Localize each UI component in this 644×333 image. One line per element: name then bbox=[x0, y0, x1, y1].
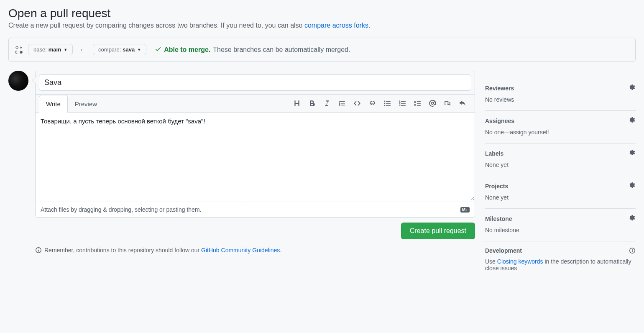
markdown-icon[interactable]: M↓ bbox=[460, 207, 470, 213]
gear-icon[interactable] bbox=[629, 215, 636, 223]
create-button-label: Create pull request bbox=[410, 227, 466, 235]
reviewers-content: No reviews bbox=[485, 96, 636, 103]
tab-write[interactable]: Write bbox=[39, 95, 68, 113]
git-compare-icon bbox=[15, 46, 23, 54]
assign-yourself-link[interactable]: assign yourself bbox=[510, 129, 549, 136]
attach-hint[interactable]: Attach files by dragging & dropping, sel… bbox=[41, 206, 201, 213]
code-icon[interactable] bbox=[353, 99, 362, 108]
sidebar: Reviewers No reviews Assignees No one—as… bbox=[485, 71, 636, 279]
milestone-title[interactable]: Milestone bbox=[485, 215, 512, 222]
base-label: base: bbox=[33, 46, 47, 53]
sidebar-labels: Labels None yet bbox=[485, 143, 636, 176]
svg-point-2 bbox=[384, 105, 385, 106]
closing-keywords-link[interactable]: Closing keywords bbox=[497, 258, 543, 265]
compare-branch-select[interactable]: compare: sava ▼ bbox=[93, 44, 146, 55]
heading-icon[interactable] bbox=[292, 99, 302, 108]
compare-label: compare: bbox=[98, 46, 121, 53]
gear-icon[interactable] bbox=[629, 117, 636, 125]
assignees-content-pre: No one— bbox=[485, 129, 510, 136]
base-branch-select[interactable]: base: main ▼ bbox=[28, 44, 73, 55]
sidebar-assignees: Assignees No one—assign yourself bbox=[485, 111, 636, 143]
projects-content: None yet bbox=[485, 194, 636, 201]
gear-icon[interactable] bbox=[629, 182, 636, 190]
reviewers-title[interactable]: Reviewers bbox=[485, 85, 514, 92]
svg-point-0 bbox=[384, 101, 385, 102]
create-pull-request-button[interactable]: Create pull request bbox=[401, 223, 475, 239]
labels-content: None yet bbox=[485, 161, 636, 168]
pr-description-textarea[interactable] bbox=[36, 113, 475, 200]
italic-icon[interactable] bbox=[322, 99, 332, 108]
link-icon[interactable] bbox=[368, 99, 377, 108]
labels-title[interactable]: Labels bbox=[485, 150, 503, 157]
merge-able-text: Able to merge. bbox=[164, 46, 210, 54]
task-list-icon[interactable] bbox=[413, 99, 422, 108]
footer-note: Remember, contributions to this reposito… bbox=[35, 247, 475, 254]
merge-desc-text: These branches can be automatically merg… bbox=[213, 46, 350, 54]
base-value: main bbox=[49, 46, 61, 53]
arrow-left-icon: ← bbox=[78, 46, 88, 54]
sidebar-projects: Projects None yet bbox=[485, 176, 636, 209]
info-icon[interactable] bbox=[629, 247, 636, 254]
mention-icon[interactable] bbox=[428, 99, 437, 108]
development-pre: Use bbox=[485, 258, 497, 265]
tab-preview[interactable]: Preview bbox=[68, 95, 104, 113]
check-icon bbox=[155, 46, 161, 54]
milestone-content: No milestone bbox=[485, 227, 636, 233]
footer-post: . bbox=[280, 247, 281, 254]
community-guidelines-link[interactable]: GitHub Community Guidelines bbox=[201, 247, 280, 254]
footer-pre: Remember, contributions to this reposito… bbox=[44, 247, 201, 254]
gear-icon[interactable] bbox=[629, 149, 636, 157]
branch-compare-bar: base: main ▼ ← compare: sava ▼ Able to m… bbox=[8, 38, 636, 61]
gear-icon[interactable] bbox=[629, 84, 636, 92]
sidebar-milestone: Milestone No milestone bbox=[485, 209, 636, 241]
merge-status: Able to merge. These branches can be aut… bbox=[155, 46, 350, 54]
comment-box: Write Preview bbox=[35, 71, 475, 218]
compare-forks-link[interactable]: compare across forks bbox=[304, 22, 368, 29]
reply-icon[interactable] bbox=[458, 99, 467, 108]
assignees-title[interactable]: Assignees bbox=[485, 118, 514, 124]
cross-reference-icon[interactable] bbox=[443, 99, 452, 108]
compare-value: sava bbox=[123, 46, 135, 53]
pr-title-input[interactable] bbox=[39, 74, 471, 91]
subtitle-text: Create a new pull request by comparing c… bbox=[8, 22, 304, 29]
subtitle-post: . bbox=[368, 22, 370, 29]
svg-point-1 bbox=[384, 103, 385, 104]
info-icon bbox=[35, 247, 42, 254]
page-title: Open a pull request bbox=[8, 7, 636, 20]
quote-icon[interactable] bbox=[337, 99, 347, 108]
sidebar-development: Development Use Closing keywords in the … bbox=[485, 241, 636, 279]
avatar[interactable] bbox=[8, 71, 28, 91]
projects-title[interactable]: Projects bbox=[485, 183, 508, 190]
caret-down-icon: ▼ bbox=[137, 48, 141, 52]
bold-icon[interactable] bbox=[307, 99, 317, 108]
sidebar-reviewers: Reviewers No reviews bbox=[485, 78, 636, 111]
page-subtitle: Create a new pull request by comparing c… bbox=[8, 22, 636, 29]
unordered-list-icon[interactable] bbox=[383, 99, 392, 108]
development-title: Development bbox=[485, 247, 522, 254]
caret-down-icon: ▼ bbox=[64, 48, 67, 52]
ordered-list-icon[interactable] bbox=[398, 99, 407, 108]
